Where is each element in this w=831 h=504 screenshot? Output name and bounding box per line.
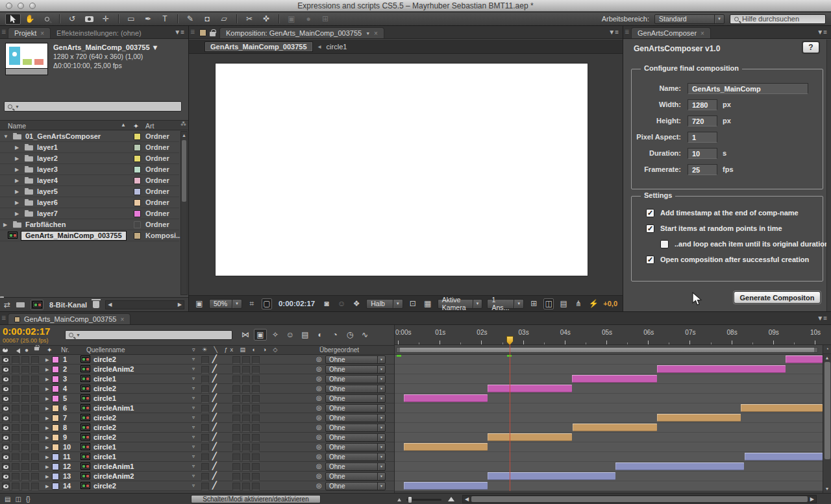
timeline-track[interactable] — [395, 433, 831, 442]
shy-icon[interactable]: ▿ — [192, 366, 195, 372]
timeline-timecode-block[interactable]: 0:00:02:17 00067 (25.00 fps) — [3, 326, 50, 346]
layer-source-name[interactable]: circleAnim1 — [93, 404, 134, 412]
visibility-toggle[interactable] — [2, 424, 10, 432]
motion-blur-toggle[interactable] — [252, 483, 260, 490]
help-button[interactable]: ? — [802, 42, 819, 53]
shy-icon[interactable]: ▿ — [192, 483, 195, 488]
motion-blur-icon[interactable]: ◐ — [314, 329, 327, 341]
motion-blur-toggle[interactable] — [252, 366, 260, 374]
audio-toggle[interactable] — [12, 356, 19, 364]
timeline-layer-row[interactable]: ▶ 1 circle2 ▿ ╱ ◎ Ohne ▼ — [0, 355, 394, 365]
layer-duration-bar[interactable] — [404, 443, 488, 451]
expand-arrow-icon[interactable]: ▶ — [45, 484, 49, 489]
solo-toggle[interactable] — [21, 424, 29, 432]
quality-icon[interactable]: ╱ — [212, 374, 217, 383]
motion-blur-toggle[interactable] — [252, 414, 260, 422]
shy-icon[interactable]: ▿ — [192, 463, 195, 469]
comp-info-name[interactable]: GenArts_MainComp_003755 ▼ — [53, 43, 159, 52]
panel-menu-icon[interactable]: ▼≡ — [817, 29, 827, 36]
collapse-toggle[interactable] — [201, 385, 209, 393]
frame-blend-toggle[interactable] — [242, 385, 250, 393]
label-color-swatch[interactable] — [134, 144, 141, 151]
layer-color-swatch[interactable] — [52, 453, 59, 461]
layer-color-swatch[interactable] — [52, 444, 59, 451]
selection-tool[interactable] — [5, 14, 21, 25]
frame-blend-toggle[interactable] — [242, 444, 250, 451]
layer-color-swatch[interactable] — [52, 483, 59, 490]
scroll-left-icon[interactable]: ◀ — [465, 496, 469, 502]
motion-blur-toggle[interactable] — [252, 444, 260, 451]
solo-toggle[interactable] — [21, 385, 29, 393]
expand-arrow-icon[interactable]: ▶ — [15, 178, 19, 184]
audio-toggle[interactable] — [12, 444, 19, 451]
layer-duration-bar[interactable] — [488, 472, 615, 480]
expand-arrow-icon[interactable]: ▶ — [45, 377, 49, 382]
visibility-toggle[interactable] — [2, 366, 10, 374]
quality-icon[interactable]: ╱ — [212, 462, 217, 470]
label-color-swatch[interactable] — [134, 221, 141, 228]
window-controls[interactable] — [6, 3, 36, 9]
parent-select[interactable]: Ohne ▼ — [325, 375, 386, 383]
layer-color-swatch[interactable] — [52, 473, 59, 480]
effect-toggle[interactable] — [232, 356, 240, 364]
layer-source-name[interactable]: circle1 — [93, 375, 116, 383]
expand-arrow-icon[interactable]: ▶ — [45, 387, 49, 392]
pickwhip-icon[interactable]: ◎ — [316, 394, 322, 402]
roto-brush-tool[interactable]: ✂ — [242, 14, 257, 25]
comp-mini-flowchart-icon[interactable]: ⋈ — [239, 329, 252, 341]
solo-toggle[interactable] — [21, 444, 29, 451]
quality-icon[interactable]: ╱ — [212, 423, 217, 431]
visibility-toggle[interactable] — [2, 473, 10, 481]
audio-toggle[interactable] — [12, 405, 19, 413]
column-name[interactable]: Name — [8, 122, 26, 130]
lock-toggle[interactable] — [31, 395, 39, 403]
expand-inout-pane-icon[interactable]: {} — [26, 496, 31, 503]
close-icon[interactable]: × — [40, 30, 44, 37]
layer-duration-bar[interactable] — [745, 453, 823, 461]
audio-toggle[interactable] — [12, 395, 19, 403]
timeline-layer-row[interactable]: ▶ 5 circle1 ▿ ╱ ◎ Ohne ▼ — [0, 394, 394, 403]
quality-icon[interactable]: ╱ — [212, 433, 217, 441]
field-input[interactable]: 25 — [688, 164, 717, 175]
collapse-toggle[interactable] — [201, 424, 209, 432]
expand-arrow-icon[interactable]: ▶ — [45, 406, 49, 411]
layer-duration-bar[interactable] — [657, 414, 741, 422]
audio-toggle[interactable] — [12, 473, 19, 481]
layer-color-swatch[interactable] — [52, 463, 59, 470]
axis-local-mode[interactable]: ▣ — [284, 14, 299, 25]
pickwhip-icon[interactable]: ◎ — [316, 414, 322, 421]
project-item-row[interactable]: ▶ layer3 Ordner — [0, 164, 179, 175]
expand-modes-pane-icon[interactable]: ◫ — [15, 496, 21, 503]
layer-color-swatch[interactable] — [52, 414, 59, 422]
zoom-select[interactable]: 50%▼ — [209, 299, 242, 309]
layer-duration-bar[interactable] — [404, 394, 488, 402]
lock-toggle[interactable] — [31, 453, 39, 461]
shy-layers-icon[interactable]: ☺ — [284, 329, 297, 341]
solo-toggle[interactable] — [21, 473, 29, 481]
parent-select[interactable]: Ohne ▼ — [325, 482, 386, 490]
visibility-toggle[interactable] — [2, 434, 10, 442]
quality-icon[interactable]: ╱ — [212, 481, 217, 490]
project-item-name[interactable]: layer4 — [37, 176, 58, 184]
timeline-layer-row[interactable]: ▶ 3 circle1 ▿ ╱ ◎ Ohne ▼ — [0, 374, 394, 384]
layer-color-swatch[interactable] — [52, 385, 59, 392]
lock-toggle[interactable] — [31, 356, 39, 364]
label-color-swatch[interactable] — [134, 210, 141, 217]
motion-blur-toggle[interactable] — [252, 395, 260, 403]
layer-source-name[interactable]: circleAnim1 — [93, 462, 134, 470]
layer-color-swatch[interactable] — [52, 395, 59, 402]
timeline-search-input[interactable]: ▼ — [65, 330, 232, 340]
expand-arrow-icon[interactable]: ▶ — [15, 145, 19, 150]
timeline-layer-row[interactable]: ▶ 2 circleAnim2 ▿ ╱ ◎ Ohne ▼ — [0, 365, 394, 374]
live-update-icon[interactable]: ▣ — [254, 329, 267, 341]
project-item-name[interactable]: layer6 — [37, 198, 58, 206]
audio-column-icon[interactable] — [14, 348, 20, 354]
frame-blend-toggle[interactable] — [242, 424, 250, 432]
brainstorm-icon[interactable]: ◔ — [329, 329, 341, 341]
timeline-track[interactable] — [395, 452, 831, 462]
pickwhip-icon[interactable]: ◎ — [316, 433, 322, 440]
timeline-track[interactable] — [395, 384, 831, 394]
expand-arrow-icon[interactable]: ▶ — [45, 367, 49, 372]
expand-arrow-icon[interactable]: ▶ — [45, 445, 49, 450]
expand-arrow-icon[interactable]: ▼ — [3, 134, 8, 139]
